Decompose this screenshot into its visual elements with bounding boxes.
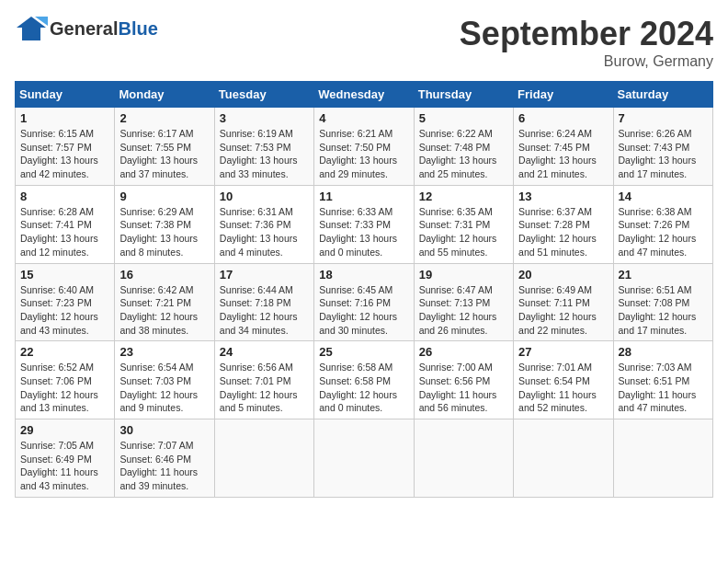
empty-cell: [314, 419, 414, 498]
day-info: Sunrise: 6:54 AM Sunset: 7:03 PM Dayligh…: [119, 361, 209, 415]
day-number: 19: [419, 268, 508, 282]
column-header-saturday: Saturday: [613, 82, 712, 108]
day-number: 7: [619, 111, 708, 125]
calendar-day-cell: 15Sunrise: 6:40 AM Sunset: 7:23 PM Dayli…: [16, 263, 115, 341]
calendar-day-cell: 21Sunrise: 6:51 AM Sunset: 7:08 PM Dayli…: [613, 263, 712, 341]
day-number: 30: [119, 423, 209, 437]
column-header-tuesday: Tuesday: [214, 82, 313, 108]
calendar-day-cell: 28Sunrise: 7:03 AM Sunset: 6:51 PM Dayli…: [613, 341, 712, 419]
calendar-day-cell: 13Sunrise: 6:37 AM Sunset: 7:28 PM Dayli…: [514, 185, 613, 263]
day-info: Sunrise: 6:47 AM Sunset: 7:13 PM Dayligh…: [419, 283, 508, 338]
day-info: Sunrise: 6:15 AM Sunset: 7:57 PM Dayligh…: [20, 127, 109, 181]
calendar-day-cell: 17Sunrise: 6:44 AM Sunset: 7:18 PM Dayli…: [214, 263, 313, 341]
day-number: 29: [20, 423, 109, 437]
day-info: Sunrise: 7:01 AM Sunset: 6:54 PM Dayligh…: [518, 361, 608, 415]
column-header-wednesday: Wednesday: [314, 82, 414, 108]
day-number: 21: [619, 268, 708, 282]
day-number: 5: [419, 111, 508, 125]
calendar-week-row: 29Sunrise: 7:05 AM Sunset: 6:49 PM Dayli…: [16, 419, 713, 498]
day-info: Sunrise: 6:19 AM Sunset: 7:53 PM Dayligh…: [220, 127, 309, 181]
day-info: Sunrise: 6:22 AM Sunset: 7:48 PM Dayligh…: [419, 127, 508, 181]
day-number: 17: [220, 268, 309, 282]
day-info: Sunrise: 7:00 AM Sunset: 6:56 PM Dayligh…: [419, 361, 508, 415]
calendar-day-cell: 25Sunrise: 6:58 AM Sunset: 6:58 PM Dayli…: [314, 341, 414, 419]
day-info: Sunrise: 6:28 AM Sunset: 7:41 PM Dayligh…: [20, 205, 109, 259]
day-number: 26: [419, 345, 508, 359]
calendar-week-row: 22Sunrise: 6:52 AM Sunset: 7:06 PM Dayli…: [16, 341, 713, 419]
day-info: Sunrise: 6:21 AM Sunset: 7:50 PM Dayligh…: [319, 127, 408, 181]
day-info: Sunrise: 6:24 AM Sunset: 7:45 PM Dayligh…: [518, 127, 608, 181]
day-info: Sunrise: 6:35 AM Sunset: 7:31 PM Dayligh…: [419, 205, 508, 259]
day-info: Sunrise: 6:29 AM Sunset: 7:38 PM Dayligh…: [119, 205, 209, 259]
day-number: 15: [20, 268, 109, 282]
calendar-header-row: SundayMondayTuesdayWednesdayThursdayFrid…: [16, 82, 713, 108]
title-block: September 2024 Burow, Germany: [460, 15, 713, 70]
day-info: Sunrise: 6:26 AM Sunset: 7:43 PM Dayligh…: [619, 127, 708, 181]
calendar-day-cell: 2Sunrise: 6:17 AM Sunset: 7:55 PM Daylig…: [115, 108, 214, 186]
day-number: 18: [319, 268, 408, 282]
calendar-week-row: 8Sunrise: 6:28 AM Sunset: 7:41 PM Daylig…: [16, 185, 713, 263]
month-title: September 2024: [460, 15, 713, 53]
day-number: 2: [119, 111, 209, 125]
calendar-day-cell: 5Sunrise: 6:22 AM Sunset: 7:48 PM Daylig…: [414, 108, 513, 186]
calendar-table: SundayMondayTuesdayWednesdayThursdayFrid…: [15, 81, 713, 498]
calendar-day-cell: 20Sunrise: 6:49 AM Sunset: 7:11 PM Dayli…: [514, 263, 613, 341]
day-number: 25: [319, 345, 408, 359]
day-info: Sunrise: 6:31 AM Sunset: 7:36 PM Dayligh…: [220, 205, 309, 259]
logo-text: GeneralBlue: [50, 18, 158, 40]
day-info: Sunrise: 7:03 AM Sunset: 6:51 PM Dayligh…: [619, 361, 708, 415]
column-header-monday: Monday: [115, 82, 214, 108]
day-info: Sunrise: 6:49 AM Sunset: 7:11 PM Dayligh…: [518, 283, 608, 338]
empty-cell: [414, 419, 513, 498]
day-number: 3: [220, 111, 309, 125]
day-number: 6: [518, 111, 608, 125]
day-number: 24: [220, 345, 309, 359]
logo: GeneralBlue: [15, 15, 158, 42]
column-header-friday: Friday: [514, 82, 613, 108]
empty-cell: [514, 419, 613, 498]
calendar-day-cell: 30Sunrise: 7:07 AM Sunset: 6:46 PM Dayli…: [115, 419, 214, 498]
day-info: Sunrise: 6:40 AM Sunset: 7:23 PM Dayligh…: [20, 283, 109, 338]
day-number: 1: [20, 111, 109, 125]
day-info: Sunrise: 6:52 AM Sunset: 7:06 PM Dayligh…: [20, 361, 109, 415]
day-info: Sunrise: 6:56 AM Sunset: 7:01 PM Dayligh…: [220, 361, 309, 415]
calendar-day-cell: 16Sunrise: 6:42 AM Sunset: 7:21 PM Dayli…: [115, 263, 214, 341]
day-info: Sunrise: 6:38 AM Sunset: 7:26 PM Dayligh…: [619, 205, 708, 259]
day-info: Sunrise: 6:17 AM Sunset: 7:55 PM Dayligh…: [119, 127, 209, 181]
day-number: 22: [20, 345, 109, 359]
day-info: Sunrise: 6:42 AM Sunset: 7:21 PM Dayligh…: [119, 283, 209, 338]
calendar-day-cell: 3Sunrise: 6:19 AM Sunset: 7:53 PM Daylig…: [214, 108, 313, 186]
calendar-week-row: 1Sunrise: 6:15 AM Sunset: 7:57 PM Daylig…: [16, 108, 713, 186]
page-header: GeneralBlue September 2024 Burow, German…: [15, 15, 713, 70]
day-number: 13: [518, 190, 608, 203]
day-number: 9: [119, 190, 209, 203]
empty-cell: [613, 419, 712, 498]
calendar-day-cell: 12Sunrise: 6:35 AM Sunset: 7:31 PM Dayli…: [414, 185, 513, 263]
logo-icon: [15, 15, 48, 42]
calendar-day-cell: 11Sunrise: 6:33 AM Sunset: 7:33 PM Dayli…: [314, 185, 414, 263]
day-info: Sunrise: 6:33 AM Sunset: 7:33 PM Dayligh…: [319, 205, 408, 259]
calendar-day-cell: 22Sunrise: 6:52 AM Sunset: 7:06 PM Dayli…: [16, 341, 115, 419]
day-number: 11: [319, 190, 408, 203]
day-number: 28: [619, 345, 708, 359]
day-number: 20: [518, 268, 608, 282]
day-number: 27: [518, 345, 608, 359]
calendar-day-cell: 24Sunrise: 6:56 AM Sunset: 7:01 PM Dayli…: [214, 341, 313, 419]
calendar-day-cell: 27Sunrise: 7:01 AM Sunset: 6:54 PM Dayli…: [514, 341, 613, 419]
day-number: 16: [119, 268, 209, 282]
calendar-day-cell: 1Sunrise: 6:15 AM Sunset: 7:57 PM Daylig…: [16, 108, 115, 186]
location: Burow, Germany: [460, 53, 713, 70]
empty-cell: [214, 419, 313, 498]
day-info: Sunrise: 7:05 AM Sunset: 6:49 PM Dayligh…: [20, 439, 109, 493]
calendar-day-cell: 9Sunrise: 6:29 AM Sunset: 7:38 PM Daylig…: [115, 185, 214, 263]
calendar-day-cell: 18Sunrise: 6:45 AM Sunset: 7:16 PM Dayli…: [314, 263, 414, 341]
calendar-day-cell: 29Sunrise: 7:05 AM Sunset: 6:49 PM Dayli…: [16, 419, 115, 498]
day-number: 8: [20, 190, 109, 203]
day-info: Sunrise: 6:51 AM Sunset: 7:08 PM Dayligh…: [619, 283, 708, 338]
day-number: 10: [220, 190, 309, 203]
calendar-week-row: 15Sunrise: 6:40 AM Sunset: 7:23 PM Dayli…: [16, 263, 713, 341]
day-info: Sunrise: 7:07 AM Sunset: 6:46 PM Dayligh…: [119, 439, 209, 493]
column-header-sunday: Sunday: [16, 82, 115, 108]
day-number: 12: [419, 190, 508, 203]
calendar-day-cell: 14Sunrise: 6:38 AM Sunset: 7:26 PM Dayli…: [613, 185, 712, 263]
